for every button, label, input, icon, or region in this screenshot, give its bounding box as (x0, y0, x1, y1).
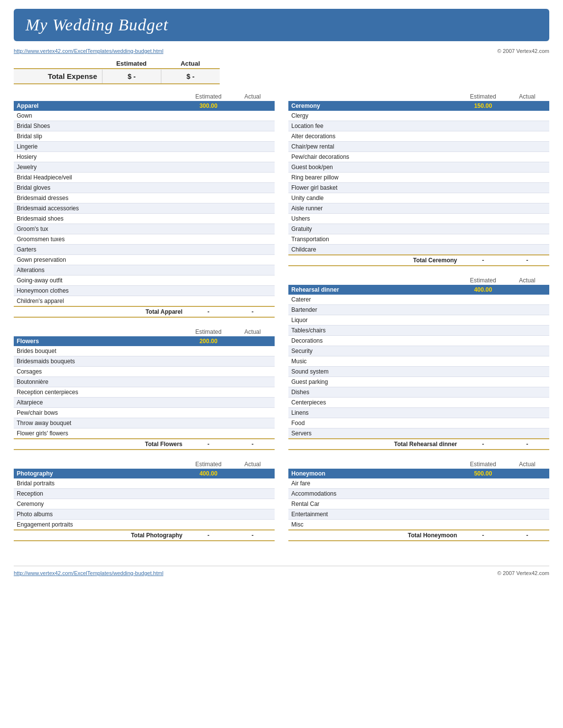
item-name: Childcare (288, 245, 461, 255)
item-name: Tables/chairs (288, 326, 461, 336)
item-estimated (186, 520, 230, 530)
list-item: Alterations (14, 265, 275, 276)
item-estimated (461, 214, 505, 224)
item-estimated (186, 121, 230, 131)
rehearsal-category-label: Rehearsal dinner (288, 285, 461, 295)
rehearsal-estimated-header: Estimated (461, 277, 505, 285)
item-actual (230, 478, 275, 489)
apparel-total-row: Total Apparel - - (14, 306, 275, 317)
rehearsal-total-estimated: - (461, 439, 505, 450)
item-actual (230, 428, 275, 439)
list-item: Liquor (288, 315, 549, 326)
list-item: Bridal gloves (14, 183, 275, 193)
photography-total-actual: - (230, 530, 275, 541)
item-name: Linens (288, 408, 461, 418)
item-estimated (461, 203, 505, 214)
item-name: Jewelry (14, 162, 186, 173)
item-actual (230, 265, 275, 276)
item-estimated (461, 142, 505, 152)
item-actual (505, 183, 549, 193)
item-estimated (461, 152, 505, 162)
item-name: Chair/pew rental (288, 142, 461, 152)
item-name: Bridal portraits (14, 478, 186, 489)
item-actual (505, 336, 549, 346)
list-item: Garters (14, 245, 275, 255)
item-name: Hosiery (14, 152, 186, 162)
apparel-actual-header-cell (230, 101, 275, 111)
item-estimated (461, 326, 505, 336)
item-name: Location fee (288, 121, 461, 131)
item-estimated (461, 305, 505, 315)
item-actual (505, 305, 549, 315)
item-estimated (186, 428, 230, 439)
footer: http://www.vertex42.com/ExcelTemplates/w… (14, 566, 549, 576)
item-estimated (461, 224, 505, 234)
item-actual (505, 131, 549, 142)
item-actual (505, 173, 549, 183)
list-item: Boutonnière (14, 377, 275, 387)
list-item: Centerpieces (288, 398, 549, 408)
item-name: Flower girls' flowers (14, 428, 186, 439)
list-item: Throw away bouquet (14, 418, 275, 428)
totals-actual-header: Actual (161, 60, 220, 67)
ceremony-total-row: Total Ceremony - - (288, 255, 549, 266)
item-actual (230, 121, 275, 131)
main-two-col: Estimated Actual Apparel 300.00 Gown Bri… (14, 93, 549, 552)
item-estimated (186, 224, 230, 234)
item-name: Dishes (288, 387, 461, 398)
list-item: Bridesmaids bouquets (14, 356, 275, 367)
item-actual (505, 489, 549, 499)
item-actual (230, 346, 275, 356)
item-actual (505, 499, 549, 509)
ceremony-table: Ceremony 150.00 Clergy Location fee Alte… (288, 101, 549, 266)
photography-table: Photography 400.00 Bridal portraits Rece… (14, 469, 275, 541)
list-item: Ushers (288, 214, 549, 224)
item-name: Gown (14, 111, 186, 121)
list-item: Decorations (288, 336, 549, 346)
item-estimated (461, 428, 505, 439)
photography-section: Estimated Actual Photography 400.00 Brid… (14, 461, 275, 541)
item-name: Decorations (288, 336, 461, 346)
item-estimated (186, 142, 230, 152)
list-item: Reception centerpieces (14, 387, 275, 398)
ceremony-actual-header-cell (505, 101, 549, 111)
flowers-category-label: Flowers (14, 336, 186, 346)
item-estimated (461, 367, 505, 377)
header-url[interactable]: http://www.vertex42.com/ExcelTemplates/w… (14, 48, 163, 54)
ceremony-section: Estimated Actual Ceremony 150.00 Clergy … (288, 93, 549, 266)
rehearsal-total-actual: - (505, 439, 549, 450)
list-item: Lingerie (14, 142, 275, 152)
item-actual (230, 356, 275, 367)
item-name: Ushers (288, 214, 461, 224)
photography-header-row: Estimated Actual (14, 461, 275, 469)
flowers-estimated: 200.00 (186, 336, 230, 346)
flowers-total-actual: - (230, 439, 275, 450)
list-item: Chair/pew rental (288, 142, 549, 152)
page: My Wedding Budget http://www.vertex42.co… (0, 0, 563, 728)
item-estimated (461, 173, 505, 183)
list-item: Jewelry (14, 162, 275, 173)
ceremony-category-row: Ceremony 150.00 (288, 101, 549, 111)
rehearsal-total-row: Total Rehearsal dinner - - (288, 439, 549, 450)
item-name: Ceremony (14, 499, 186, 509)
item-actual (505, 111, 549, 121)
rehearsal-total-label: Total Rehearsal dinner (288, 439, 461, 450)
ceremony-total-label: Total Ceremony (288, 255, 461, 266)
item-name: Music (288, 356, 461, 367)
item-name: Security (288, 346, 461, 356)
meta-row: http://www.vertex42.com/ExcelTemplates/w… (14, 48, 549, 54)
item-estimated (461, 111, 505, 121)
item-name: Flower girl basket (288, 183, 461, 193)
totals-section: Estimated Actual Total Expense $ - $ - (14, 60, 220, 84)
footer-url[interactable]: http://www.vertex42.com/ExcelTemplates/w… (14, 570, 163, 576)
item-actual (505, 418, 549, 428)
list-item: Tables/chairs (288, 326, 549, 336)
list-item: Pew/chair bows (14, 408, 275, 418)
item-estimated (461, 398, 505, 408)
item-actual (505, 142, 549, 152)
item-estimated (461, 418, 505, 428)
item-estimated (186, 152, 230, 162)
list-item: Hosiery (14, 152, 275, 162)
item-estimated (461, 295, 505, 305)
photography-category-row: Photography 400.00 (14, 469, 275, 478)
